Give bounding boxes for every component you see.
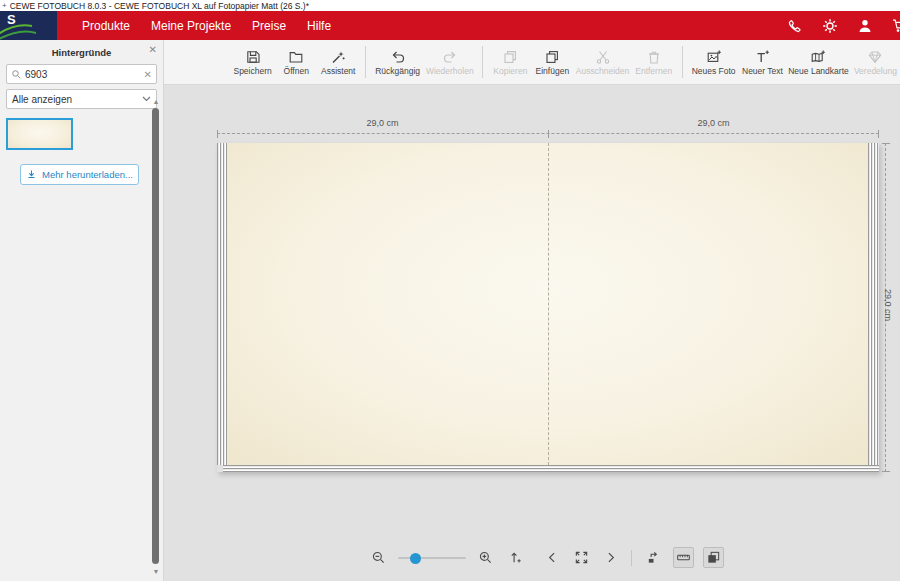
cewe-logo: S: [0, 11, 57, 40]
delete-button[interactable]: Entfernen: [632, 47, 676, 78]
view-controls: [368, 547, 724, 568]
close-icon[interactable]: ✕: [149, 44, 157, 55]
next-page-icon[interactable]: [601, 548, 620, 567]
zoom-in-icon[interactable]: [475, 547, 496, 568]
previous-page-icon[interactable]: [543, 548, 562, 567]
open-button[interactable]: Öffnen: [275, 47, 317, 78]
page-fold-line: [548, 143, 549, 465]
main-toolbar: Speichern Öffnen Assistent Rückgängig Wi…: [164, 40, 900, 85]
app-icon: +: [2, 2, 7, 10]
background-search-box: ✕: [6, 64, 157, 84]
copy-icon: [502, 49, 518, 65]
background-thumbnail-selected[interactable]: [6, 118, 73, 150]
wand-icon: [330, 49, 346, 65]
search-input[interactable]: [25, 69, 141, 80]
panel-title: Hintergründe: [52, 47, 112, 58]
cut-button[interactable]: Ausschneiden: [573, 47, 631, 78]
double-page[interactable]: [228, 143, 868, 465]
paste-icon: [544, 49, 560, 65]
book-spread: [217, 143, 879, 472]
menu-items: Produkte Meine Projekte Preise Hilfe: [82, 19, 331, 33]
download-more-button[interactable]: Mehr herunterladen...: [20, 164, 139, 185]
scroll-up-icon[interactable]: ▲: [151, 98, 161, 106]
save-icon: [245, 49, 261, 65]
download-icon: [26, 169, 37, 180]
undo-button[interactable]: Rückgängig: [372, 47, 423, 78]
clear-search-icon[interactable]: ✕: [144, 69, 152, 80]
fit-page-icon[interactable]: [505, 547, 526, 568]
undo-icon: [390, 49, 406, 65]
trash-icon: [646, 49, 662, 65]
menu-hilfe[interactable]: Hilfe: [307, 19, 331, 33]
search-icon: [11, 69, 22, 80]
redo-icon: [442, 49, 458, 65]
toolbar-separator: [682, 46, 683, 78]
menu-preise[interactable]: Preise: [252, 19, 286, 33]
zoom-out-icon[interactable]: [368, 547, 389, 568]
expand-view-icon[interactable]: [571, 547, 592, 568]
toolbar-separator: [365, 46, 366, 78]
copy-button[interactable]: Kopieren: [489, 47, 531, 78]
folder-icon: [288, 49, 304, 65]
zoom-slider-knob[interactable]: [410, 553, 421, 564]
page-stack-edge-right: [868, 143, 879, 465]
menu-meine-projekte[interactable]: Meine Projekte: [151, 19, 231, 33]
main-menubar: S Produkte Meine Projekte Preise Hilfe: [0, 11, 900, 40]
new-map-icon: [810, 49, 826, 65]
ruler-icon[interactable]: [673, 547, 694, 568]
new-text-button[interactable]: Neuer Text: [739, 47, 787, 78]
gear-icon[interactable]: [822, 18, 838, 34]
filter-dropdown[interactable]: Alle anzeigen: [6, 89, 157, 109]
phone-icon[interactable]: [787, 18, 803, 34]
new-photo-icon: [706, 49, 722, 65]
scrollbar-thumb[interactable]: [152, 108, 159, 564]
width-dimension-line: [217, 133, 879, 134]
page-width-label-left: 29,0 cm: [217, 118, 548, 128]
redo-button[interactable]: Wiederholen: [423, 47, 476, 78]
gem-icon: [867, 49, 883, 65]
scissors-icon: [595, 49, 611, 65]
finishing-button[interactable]: Veredelung ▾: [851, 47, 900, 78]
page-width-label-right: 29,0 cm: [548, 118, 879, 128]
window-titlebar: + CEWE FOTOBUCH 8.0.3 - CEWE FOTOBUCH XL…: [0, 0, 900, 11]
save-button[interactable]: Speichern: [230, 47, 275, 78]
scroll-down-icon[interactable]: ▼: [151, 568, 161, 576]
new-photo-button[interactable]: Neues Foto: [689, 47, 739, 78]
cart-icon[interactable]: [892, 18, 900, 34]
move-page-icon[interactable]: [643, 547, 664, 568]
page-stack-edge-left: [217, 143, 228, 465]
backgrounds-panel: Hintergründe ✕ ✕ Alle anzeigen Mehr heru…: [0, 40, 164, 581]
window-title: CEWE FOTOBUCH 8.0.3 - CEWE FOTOBUCH XL a…: [10, 1, 309, 11]
user-icon[interactable]: [857, 18, 873, 34]
svg-text:S: S: [7, 12, 16, 27]
menu-produkte[interactable]: Produkte: [82, 19, 130, 33]
paste-button[interactable]: Einfügen: [531, 47, 573, 78]
editor-canvas: 29,0 cm 29,0 cm 29,0 cm: [164, 85, 900, 581]
download-more-label: Mehr herunterladen...: [42, 169, 133, 180]
new-map-button[interactable]: Neue Landkarte: [786, 47, 851, 78]
chevron-down-icon: [142, 96, 151, 102]
filter-selected-value: Alle anzeigen: [12, 94, 142, 105]
view-separator: [631, 550, 632, 566]
new-text-icon: [754, 49, 770, 65]
sidebar-scrollbar: ▲ ▼: [151, 98, 161, 576]
toolbar-separator: [482, 46, 483, 78]
page-stack-edge-bottom: [223, 465, 879, 472]
pages-view-icon[interactable]: [703, 547, 724, 568]
zoom-slider[interactable]: [398, 552, 466, 564]
page-height-label: 29,0 cm: [883, 283, 893, 327]
assistant-button[interactable]: Assistent: [317, 47, 359, 78]
